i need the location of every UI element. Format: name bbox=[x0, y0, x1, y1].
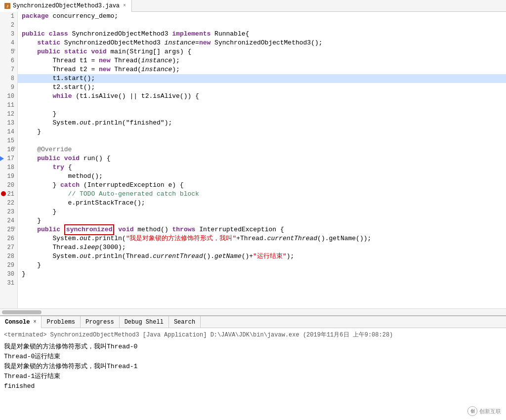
line-number: 10 bbox=[0, 92, 17, 101]
plain-token: t2.start(); bbox=[22, 83, 95, 92]
code-line: // TODO Auto-generated catch block bbox=[18, 190, 506, 199]
code-line: t2.start(); bbox=[18, 83, 506, 92]
console-tab-label: Search bbox=[174, 319, 195, 326]
line-number: 25 bbox=[0, 225, 17, 234]
console-output-line: Thread-0运行结束 bbox=[4, 352, 502, 362]
plain-token: t1.start(); bbox=[22, 74, 95, 83]
code-line bbox=[18, 136, 506, 145]
plain-token: method() bbox=[134, 225, 172, 234]
keyword: package bbox=[22, 12, 49, 21]
italic-token: out bbox=[80, 119, 91, 127]
plain-token: (InterruptedException e) { bbox=[80, 181, 184, 190]
plain-token bbox=[22, 92, 52, 101]
line-number: 18 bbox=[0, 163, 17, 172]
scrollbar-thumb[interactable] bbox=[2, 310, 42, 314]
plain-token: System. bbox=[22, 234, 80, 243]
line-number: 21 bbox=[0, 190, 17, 199]
italic-token: instance bbox=[141, 65, 172, 74]
plain-token bbox=[60, 225, 64, 234]
plain-token: } bbox=[22, 208, 56, 216]
comment: // TODO Auto-generated catch block bbox=[22, 190, 199, 199]
line-number: 30 bbox=[0, 270, 17, 279]
plain-token: } bbox=[22, 261, 41, 270]
line-number: 23 bbox=[0, 208, 17, 216]
code-line: } bbox=[18, 208, 506, 216]
keyword: new bbox=[99, 56, 110, 65]
code-line: public class SynchronizedObjectMethod3 i… bbox=[18, 30, 506, 39]
string-literal: "我是对象锁的方法修饰符形式，我叫" bbox=[126, 234, 237, 243]
italic-token: sleep bbox=[80, 243, 99, 252]
code-line: public synchronized void method() throws… bbox=[18, 225, 506, 234]
italic-token: getName bbox=[214, 252, 242, 261]
console-tab-close[interactable]: × bbox=[33, 319, 36, 325]
plain-token: InterruptedException { bbox=[195, 225, 284, 234]
console-status: <terminated> SynchronizedObjectMethod3 [… bbox=[4, 330, 502, 340]
keyword: public bbox=[37, 154, 60, 163]
highlighted-keyword: synchronized bbox=[64, 224, 115, 235]
code-line bbox=[18, 279, 506, 288]
console-tab-bar: Console×ProblemsProgressDebug ShellSearc… bbox=[0, 316, 506, 328]
keyword: throws bbox=[172, 225, 196, 234]
code-line: public void run() { bbox=[18, 154, 506, 163]
line-number: 16 bbox=[0, 145, 17, 154]
editor-tab[interactable]: J SynchronizedObjectMethod3.java × bbox=[0, 0, 132, 12]
console-tab-label: Progress bbox=[85, 319, 114, 326]
code-line: while (t1.isAlive() || t2.isAlive()) { bbox=[18, 92, 506, 101]
italic-token: out bbox=[80, 234, 91, 243]
plain-token bbox=[22, 39, 37, 47]
code-area[interactable]: 1234567891011121314151617181920212223242… bbox=[0, 12, 506, 308]
keyword: try bbox=[52, 163, 64, 172]
code-lines: package concurrency_demo; public class S… bbox=[18, 12, 506, 308]
console-tab-label: Problems bbox=[46, 319, 75, 326]
horizontal-scrollbar[interactable] bbox=[0, 308, 506, 315]
plain-token: ); bbox=[287, 252, 295, 261]
watermark-text: 创新互联 bbox=[479, 408, 501, 415]
console-tab-debug-shell[interactable]: Debug Shell bbox=[120, 316, 169, 328]
plain-token: Thread t1 = bbox=[22, 56, 99, 65]
plain-token bbox=[22, 47, 37, 56]
line-number: 15 bbox=[0, 136, 17, 145]
tab-close-button[interactable]: × bbox=[122, 2, 127, 9]
console-output-line: finished bbox=[4, 381, 502, 391]
keyword: class bbox=[49, 30, 68, 39]
plain-token bbox=[22, 163, 52, 172]
plain-token: method(); bbox=[22, 172, 103, 181]
plain-token: (). bbox=[203, 252, 214, 261]
plain-token: Thread( bbox=[110, 65, 141, 74]
plain-token: concurrency_demo; bbox=[49, 12, 118, 21]
plain-token: ); bbox=[172, 65, 180, 74]
code-line: public static void main(String[] args) { bbox=[18, 47, 506, 56]
keyword: public bbox=[37, 225, 60, 234]
plain-token: Thread t2 = bbox=[22, 65, 99, 74]
line-number: 31 bbox=[0, 279, 17, 288]
console-tab-search[interactable]: Search bbox=[169, 316, 201, 328]
plain-token: ()+ bbox=[242, 252, 253, 261]
console-output-line: 我是对象锁的方法修饰符形式，我叫Thread-0 bbox=[4, 342, 502, 352]
code-line: Thread.sleep(3000); bbox=[18, 243, 506, 252]
code-line: @Override bbox=[18, 145, 506, 154]
italic-token: out bbox=[80, 252, 91, 261]
plain-token: SynchronizedObjectMethod3 bbox=[68, 30, 172, 39]
keyword: void bbox=[64, 154, 80, 163]
line-number: 26 bbox=[0, 234, 17, 243]
line-number: 11 bbox=[0, 101, 17, 110]
plain-token: } bbox=[22, 216, 41, 225]
console-tab-label: Debug Shell bbox=[125, 319, 164, 326]
plain-token: } bbox=[22, 270, 26, 279]
code-line: System.out.println("我是对象锁的方法修饰符形式，我叫"+Th… bbox=[18, 234, 506, 243]
plain-token: ); bbox=[172, 56, 180, 65]
console-tab-problems[interactable]: Problems bbox=[42, 316, 81, 328]
line-number: 2 bbox=[0, 21, 17, 30]
console-output-line: 我是对象锁的方法修饰符形式，我叫Thread-1 bbox=[4, 362, 502, 372]
java-file-icon: J bbox=[4, 2, 11, 9]
keyword: new bbox=[199, 39, 211, 47]
line-number: 22 bbox=[0, 199, 17, 208]
plain-token: .println(Thread. bbox=[91, 252, 153, 261]
annotation: @Override bbox=[22, 145, 72, 154]
watermark-icon: 创 bbox=[467, 406, 477, 416]
console-tab-console[interactable]: Console× bbox=[0, 316, 42, 328]
console-tab-progress[interactable]: Progress bbox=[81, 316, 120, 328]
svg-text:J: J bbox=[6, 4, 8, 8]
plain-token: SynchronizedObjectMethod3 bbox=[60, 39, 165, 47]
plain-token bbox=[60, 47, 64, 56]
